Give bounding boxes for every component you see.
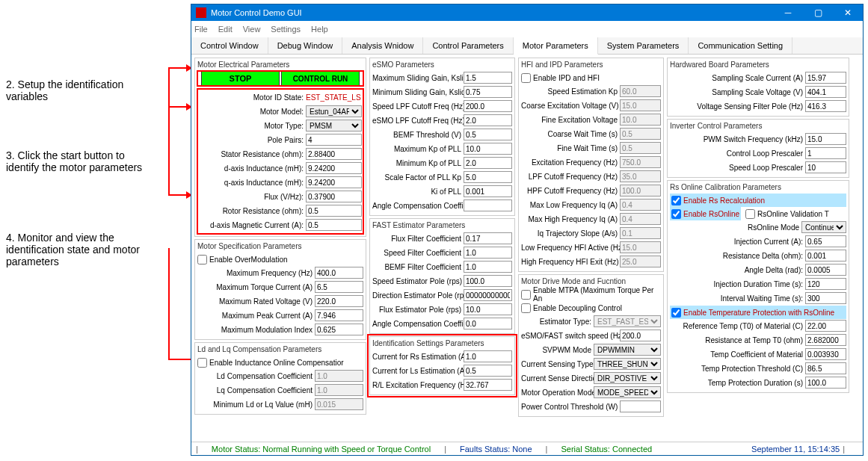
- tab-motor-parameters[interactable]: Motor Parameters: [514, 37, 598, 55]
- fine-v-input[interactable]: [620, 114, 661, 126]
- close-button[interactable]: ✕: [833, 4, 863, 21]
- max-torque-input[interactable]: [315, 281, 363, 293]
- rs-recalc-check[interactable]: [671, 196, 681, 205]
- svpwm-select[interactable]: DPWMMIN: [594, 344, 661, 356]
- intw-input[interactable]: [805, 292, 846, 304]
- esmo-lpf-input[interactable]: [464, 114, 512, 126]
- max-mod-input[interactable]: [315, 324, 363, 335]
- rs-online-check[interactable]: [671, 209, 681, 219]
- high-exit-input[interactable]: [620, 256, 661, 267]
- inj-input[interactable]: [805, 235, 846, 247]
- hpf-input[interactable]: [620, 185, 661, 197]
- control-run-button[interactable]: CONTROL RUN: [281, 71, 360, 86]
- min-kp-input[interactable]: [464, 157, 512, 169]
- samp-v-input[interactable]: [805, 86, 846, 98]
- est-type-select[interactable]: EST_FAST_ESM: [594, 315, 661, 327]
- injd-input[interactable]: [805, 278, 846, 290]
- coarse-v-input[interactable]: [620, 99, 661, 111]
- tpt-input[interactable]: [805, 362, 846, 374]
- bemf-input[interactable]: [464, 129, 512, 140]
- menu-file[interactable]: File: [194, 25, 208, 34]
- stator-r-input[interactable]: [306, 148, 362, 160]
- d-mag-input[interactable]: [306, 219, 362, 231]
- res-t0-input[interactable]: [805, 334, 846, 346]
- pwr-input[interactable]: [620, 400, 661, 412]
- enable-ipd-check[interactable]: [521, 73, 531, 83]
- max-peak-input[interactable]: [315, 309, 363, 321]
- sense-dir-select[interactable]: DIR_POSTIVE: [594, 372, 661, 384]
- tpd-input[interactable]: [805, 377, 846, 389]
- samp-cur-input[interactable]: [805, 72, 846, 84]
- menu-edit[interactable]: Edit: [218, 25, 233, 34]
- ctrl-prescaler-input[interactable]: [805, 147, 846, 159]
- stop-button[interactable]: STOP: [201, 71, 280, 86]
- spd-prescaler-input[interactable]: [805, 161, 846, 173]
- spd-est-input[interactable]: [620, 85, 661, 97]
- max-rated-v-input[interactable]: [315, 295, 363, 307]
- spd-pole-input[interactable]: [464, 275, 512, 287]
- ind-online-check[interactable]: [197, 358, 207, 368]
- tab-analysis-window[interactable]: Analysis Wnidow: [342, 37, 423, 54]
- cur-ls-input[interactable]: [464, 365, 512, 377]
- traj-input[interactable]: [620, 227, 661, 239]
- mtpa-check[interactable]: [521, 290, 531, 300]
- rotor-r-input[interactable]: [306, 205, 362, 217]
- fast-angle-input[interactable]: [464, 318, 512, 329]
- tab-debug-window[interactable]: Debug Window: [268, 37, 343, 54]
- min-slide-input[interactable]: [464, 86, 512, 98]
- pwm-input[interactable]: [805, 133, 846, 145]
- minimize-button[interactable]: ─: [773, 4, 803, 21]
- temp-prot-check[interactable]: [671, 308, 681, 318]
- max-freq-input[interactable]: [315, 267, 363, 279]
- tab-control-parameters[interactable]: Control Parameters: [423, 37, 513, 54]
- exc-f-input[interactable]: [620, 156, 661, 168]
- switch-input[interactable]: [620, 329, 661, 341]
- motor-model-select[interactable]: Estun_04APB22: [306, 105, 362, 117]
- flux-filter-input[interactable]: [464, 232, 512, 244]
- low-act-input[interactable]: [620, 241, 661, 253]
- esmo-angle-input[interactable]: [464, 199, 512, 211]
- minldlq-input[interactable]: [315, 398, 363, 410]
- max-slide-input[interactable]: [464, 72, 512, 84]
- rl-input[interactable]: [464, 379, 512, 391]
- cur-rs-input[interactable]: [464, 350, 512, 362]
- scale-input[interactable]: [464, 171, 512, 183]
- tab-system-parameters[interactable]: System Parameters: [598, 37, 689, 54]
- max-high-input[interactable]: [620, 213, 661, 225]
- motor-type-select[interactable]: PMSM: [306, 120, 362, 132]
- lq-input[interactable]: [315, 384, 363, 396]
- menu-help[interactable]: Help: [311, 25, 328, 34]
- overmod-check[interactable]: [197, 255, 207, 264]
- fine-t-input[interactable]: [620, 142, 661, 154]
- decoupling-check[interactable]: [521, 303, 531, 313]
- coarse-t-input[interactable]: [620, 128, 661, 140]
- q-ind-input[interactable]: [306, 176, 362, 188]
- tc-input[interactable]: [805, 348, 846, 360]
- speed-lpf-input[interactable]: [464, 100, 512, 112]
- speed-filter-input[interactable]: [464, 247, 512, 259]
- rs-valid-check[interactable]: [745, 209, 755, 219]
- tab-communication-setting[interactable]: Communication Setting: [689, 37, 792, 54]
- maximize-button[interactable]: ▢: [803, 4, 833, 21]
- flux-input[interactable]: [306, 191, 362, 202]
- tab-control-window[interactable]: Control Window: [191, 37, 268, 54]
- menu-settings[interactable]: Settings: [271, 25, 301, 34]
- flux-pole-input[interactable]: [464, 303, 512, 315]
- sensing-select[interactable]: THREE_SHUNT: [594, 358, 661, 370]
- lpf-input[interactable]: [620, 170, 661, 182]
- angd-input[interactable]: [805, 264, 846, 276]
- menu-view[interactable]: View: [243, 25, 261, 34]
- vsf-input[interactable]: [805, 100, 846, 112]
- max-kp-input[interactable]: [464, 143, 512, 155]
- ki-input[interactable]: [464, 185, 512, 197]
- pole-pairs-input[interactable]: [306, 134, 362, 146]
- op-mode-select[interactable]: MODE_SPEED: [594, 386, 661, 398]
- resd-input[interactable]: [805, 250, 846, 262]
- ld-input[interactable]: [315, 370, 363, 382]
- max-low-input[interactable]: [620, 199, 661, 211]
- ref-t-input[interactable]: [805, 320, 846, 332]
- d-ind-input[interactable]: [306, 162, 362, 174]
- bemf-filter-input[interactable]: [464, 261, 512, 273]
- rsonline-mode-select[interactable]: Continue: [801, 221, 846, 233]
- dir-pole-input[interactable]: [464, 289, 512, 301]
